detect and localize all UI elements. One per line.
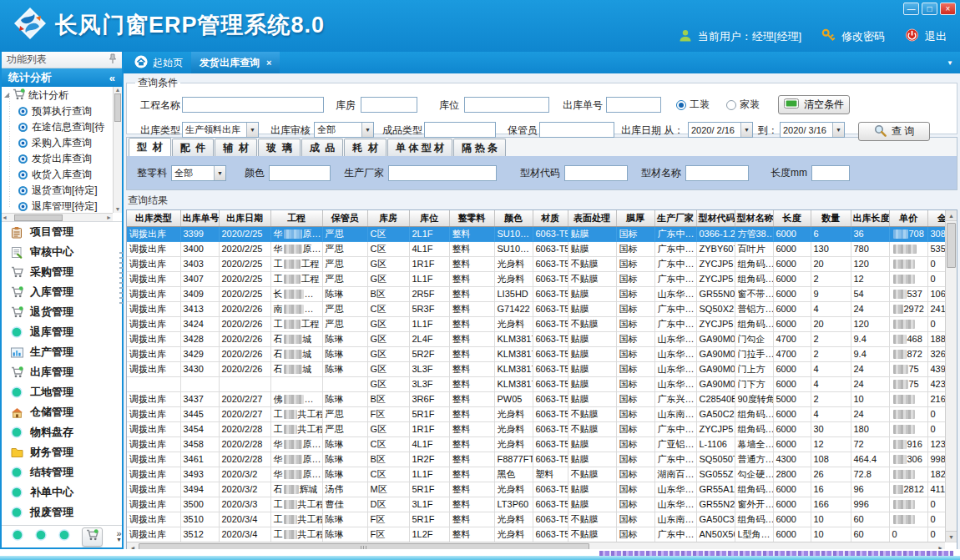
tab-home[interactable]: 起始页 [126, 52, 191, 73]
order-no-input[interactable] [606, 97, 661, 113]
scrollbar-thumb[interactable] [14, 214, 63, 221]
sidebar-menu-item[interactable]: 结转管理 [2, 462, 122, 482]
splitter-handle[interactable] [119, 252, 123, 305]
tree-item[interactable]: 预算执行查询 [2, 103, 113, 119]
table-row[interactable]: 调拨出库34072020/2/25工工程严思G区1L1F整料光身料6063-T5… [127, 271, 957, 286]
scroll-left-icon[interactable]: ◄ [2, 214, 8, 220]
sidebar-menu-item[interactable]: 入库管理 [2, 282, 122, 302]
sidebar-menu-item[interactable]: 仓储管理 [2, 402, 122, 422]
scroll-up-icon[interactable]: ▲ [946, 210, 957, 221]
table-row[interactable]: 调拨出库34542020/2/28工共工程严思G区1R1F整料光身料6063-T… [127, 421, 957, 436]
profile-name-input[interactable] [685, 165, 749, 181]
sidebar-menu-item[interactable]: 出库管理 [2, 362, 122, 382]
tree-item[interactable]: 退货查询[待定] [2, 183, 113, 199]
column-header[interactable]: 材质 [533, 210, 568, 226]
radio-selected-icon[interactable] [676, 100, 686, 110]
table-horizontal-scrollbar[interactable]: ◄ ► [127, 542, 945, 549]
pin-icon[interactable] [109, 53, 117, 67]
length-input[interactable] [811, 165, 850, 181]
column-header[interactable]: 整零料 [449, 210, 494, 226]
tree-item[interactable]: 在途信息查询[待 [2, 119, 113, 135]
column-header[interactable]: 颜色 [494, 210, 533, 226]
table-row[interactable]: 调拨出库34132020/2/26南…严思C区5R3F整料G714226063-… [127, 301, 957, 316]
clear-conditions-button[interactable]: 清空条件 [778, 95, 850, 114]
green-dot-icon[interactable] [35, 529, 47, 544]
scrollbar-thumb[interactable] [139, 543, 589, 550]
minimize-button[interactable]: — [903, 3, 919, 15]
material-tab[interactable]: 成 品 [301, 139, 344, 156]
table-row[interactable]: 调拨出库34612020/2/28华原…陈琳B区1R2F整料F8877FT606… [127, 452, 957, 467]
tab-list-dropdown-icon[interactable]: ▼ [947, 59, 953, 67]
scrollbar-thumb[interactable] [114, 93, 121, 122]
column-header[interactable]: 长度 [773, 210, 811, 226]
sidebar-menu-item[interactable]: 财务管理 [2, 442, 122, 462]
tree-root-statistics[interactable]: 统计分析 [2, 87, 113, 103]
maximize-button[interactable]: □ [922, 3, 937, 15]
tree-vertical-scrollbar[interactable]: ▲ ▼ [113, 87, 122, 213]
material-tab[interactable]: 型 材 [129, 138, 171, 156]
sidebar-menu-item[interactable]: 报废管理 [2, 502, 122, 522]
out-type-select[interactable]: 生产领料出库▼ [182, 122, 259, 138]
column-header[interactable]: 库位 [409, 210, 449, 226]
material-tab[interactable]: 辅 材 [215, 139, 257, 156]
location-input[interactable] [464, 97, 549, 113]
table-row[interactable]: 调拨出库34942020/3/2石辉城汤伟M区5R1F整料光身料6063-T5贴… [127, 482, 957, 497]
sidebar-menu-item[interactable]: 生产管理 [2, 342, 122, 362]
radio-jiazhuang[interactable]: 家装 [726, 98, 760, 112]
table-row[interactable]: G区3L3F整料KLM38176063-T5贴膜国标山东华…GA90M09.门下… [127, 376, 957, 391]
more-options-button[interactable]: » ▼ [116, 530, 122, 543]
close-button[interactable]: × [940, 3, 956, 15]
color-input[interactable] [269, 165, 331, 181]
warehouse-input[interactable] [361, 97, 417, 113]
cart-toolbar-button[interactable] [82, 527, 103, 547]
scroll-down-icon[interactable]: ▼ [114, 206, 122, 212]
table-row[interactable]: 调拨出库34932020/3/2华原…陈琳C区1L1F整料黑色塑料不贴膜国标湖南… [127, 467, 957, 482]
close-tab-icon[interactable]: × [266, 58, 271, 68]
column-header[interactable]: 型材代码 [696, 210, 735, 226]
tree-item[interactable]: 退库管理[待定] [2, 199, 113, 213]
table-row[interactable]: 调拨出库35002020/3/3工共工程曹佳D区3L1F整料LT3P606063… [127, 497, 957, 512]
scroll-up-icon[interactable]: ▲ [114, 87, 122, 93]
tree-item[interactable]: 采购入库查询 [2, 135, 113, 151]
table-row[interactable]: 调拨出库34032020/2/25工工程严思G区1R1F整料光身料6063-T5… [127, 256, 957, 271]
material-tab[interactable]: 隔 热 条 [453, 139, 506, 156]
profile-code-input[interactable] [564, 165, 628, 181]
radio-gongzhuang[interactable]: 工装 [676, 98, 710, 112]
table-row[interactable]: 调拨出库33992020/2/25华原…严思C区2L1F整料SU10…6063-… [127, 226, 957, 241]
sidebar-menu-item[interactable]: 采购管理 [2, 262, 122, 282]
column-header[interactable]: 出库日期 [219, 210, 270, 226]
tree-horizontal-scrollbar[interactable]: ◄ ► [2, 213, 113, 221]
table-row[interactable]: 调拨出库34002020/2/25华原…严思C区4L1F整料SU10…6063-… [127, 241, 957, 256]
table-row[interactable]: 调拨出库35122020/3/4工共工程陈琳F区1L2F整料光身料6063-T5… [127, 527, 957, 542]
table-row[interactable]: 调拨出库34582020/2/28华原…陈琳C区4L1F整料光身料6063-T5… [127, 436, 957, 452]
material-tab[interactable]: 玻 璃 [258, 139, 301, 156]
table-vertical-scrollbar[interactable]: ▲ ▼ [945, 210, 957, 542]
material-tab[interactable]: 耗 材 [344, 139, 387, 156]
table-row[interactable]: 调拨出库34092020/2/25长…陈琳B区2R5F整料LI35HD6063-… [127, 286, 957, 301]
date-from-select[interactable]: 2020/ 2/16▼ [688, 122, 753, 138]
green-dot-icon[interactable] [12, 529, 23, 544]
table-row[interactable]: 调拨出库34242020/2/26工工程严思G区1L1F整料光身料6063-T5… [127, 316, 957, 331]
sidebar-menu-item[interactable]: 审核中心 [2, 242, 122, 262]
table-row[interactable]: 调拨出库35102020/3/4工共工程陈琳F区5R1F整料光身料6063-T5… [127, 512, 957, 527]
tree-item[interactable]: 发货出库查询 [2, 151, 113, 167]
column-header[interactable]: 保管员 [322, 210, 367, 226]
scroll-down-icon[interactable]: ▼ [946, 531, 957, 542]
sidebar-menu-item[interactable]: 工地管理 [2, 382, 122, 402]
expander-icon[interactable] [4, 93, 9, 98]
change-password-link[interactable]: 修改密码 [841, 29, 885, 44]
column-header[interactable]: 单价 [889, 210, 927, 226]
table-row[interactable]: 调拨出库34302020/2/26石城陈琳G区3L3F整料KLM38176063… [127, 361, 957, 376]
table-row[interactable]: 调拨出库34452020/2/27工共工程严思F区5R1F整料光身料6063-T… [127, 406, 957, 421]
table-row[interactable]: 调拨出库34372020/2/27佛…陈琳B区3R6F整料PW056063-T5… [127, 391, 957, 406]
sidebar-group-header[interactable]: 统计分析 « [2, 68, 122, 87]
material-tab[interactable]: 单 体 型 材 [387, 139, 452, 156]
keeper-input[interactable] [539, 122, 614, 138]
scrollbar-thumb[interactable] [947, 223, 956, 268]
column-header[interactable]: 数量 [811, 210, 851, 226]
table-row[interactable]: 调拨出库34282020/2/26石城陈琳G区2L4F整料KLM38176063… [127, 331, 957, 346]
manufacturer-input[interactable] [388, 165, 497, 181]
table-row[interactable]: 调拨出库34292020/2/26石城陈琳G区5R2F整料KLM38176063… [127, 346, 957, 361]
green-dot-icon[interactable] [58, 529, 70, 544]
audit-select[interactable]: 全部▼ [314, 122, 374, 138]
